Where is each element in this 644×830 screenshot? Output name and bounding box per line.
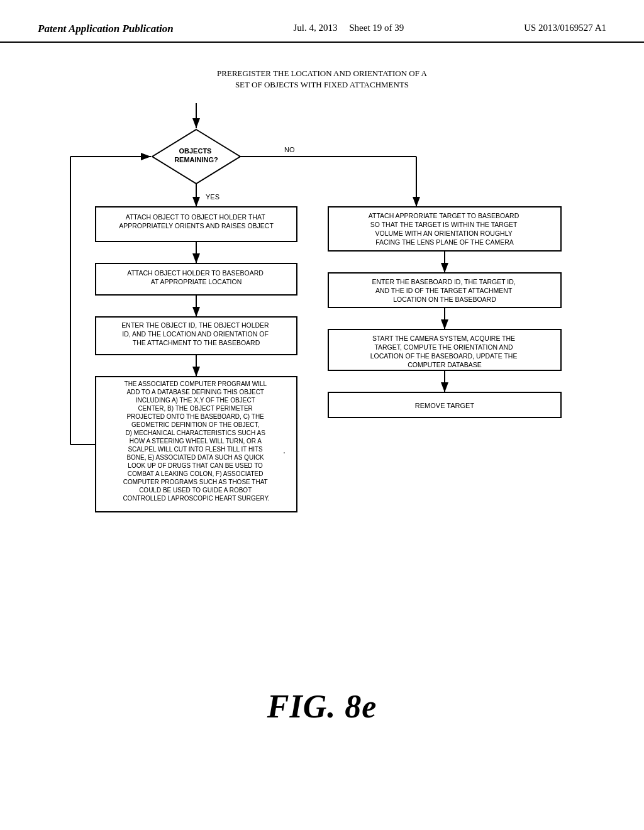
top-label-line1: PREREGISTER THE LOCATION AND ORIENTATION…	[217, 68, 427, 79]
main-content: PREREGISTER THE LOCATION AND ORIENTATION…	[0, 43, 644, 738]
publication-title: Patent Application Publication	[38, 23, 174, 35]
flowchart-svg: OBJECTS REMAINING? YES NO ATTACH OBJECT …	[45, 103, 599, 650]
no-label: NO	[284, 146, 295, 153]
patent-number: US 2013/0169527 A1	[524, 23, 606, 33]
left-box3: ENTER THE OBJECT ID, THE OBJECT HOLDER I…	[121, 321, 270, 346]
top-label: PREREGISTER THE LOCATION AND ORIENTATION…	[217, 68, 427, 91]
sheet-info: Sheet 19 of 39	[349, 23, 404, 33]
header-center: Jul. 4, 2013 Sheet 19 of 39	[293, 23, 404, 33]
figure-label: FIG. 8e	[267, 688, 377, 725]
left-box4: THE ASSOCIATED COMPUTER PROGRAM WILL ADD…	[123, 380, 269, 502]
flowchart: OBJECTS REMAINING? YES NO ATTACH OBJECT …	[38, 103, 606, 650]
yes-label: YES	[206, 193, 219, 201]
right-box2: ENTER THE BASEBOARD ID, THE TARGET ID, A…	[372, 278, 517, 303]
svg-text:·: ·	[283, 447, 286, 457]
right-box4: REMOVE TARGET	[415, 402, 475, 409]
page-header: Patent Application Publication Jul. 4, 2…	[0, 0, 644, 43]
top-label-line2: SET OF OBJECTS WITH FIXED ATTACHMENTS	[217, 79, 427, 91]
pub-date: Jul. 4, 2013	[293, 23, 337, 33]
